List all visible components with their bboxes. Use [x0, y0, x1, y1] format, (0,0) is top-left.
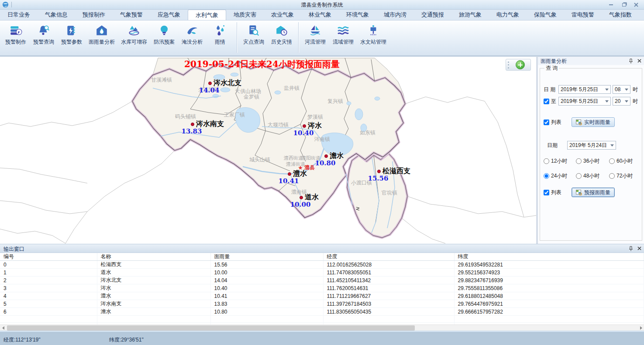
tool-bell-search[interactable]: 预警查询 — [30, 21, 58, 54]
station-marker[interactable] — [208, 82, 212, 85]
table-cell: 29.552156374923 — [454, 269, 644, 277]
duration-radio-group: 12小时36小时60小时24小时48小时72小时 — [544, 157, 638, 180]
minimize-button[interactable] — [605, 1, 617, 9]
menu-item-18[interactable]: 后台管理 — [639, 10, 644, 20]
scroll-right-arrow[interactable] — [638, 325, 644, 331]
restore-button[interactable] — [618, 1, 630, 9]
table-cell: 2 — [0, 277, 97, 284]
table-row[interactable]: 2涔水北支14.04111.45210541134229.88234767169… — [0, 277, 644, 284]
realtime-list-label: 列表 — [551, 119, 561, 126]
close-button[interactable] — [630, 1, 642, 9]
scroll-left-arrow[interactable] — [0, 325, 6, 331]
radio-input[interactable] — [544, 173, 549, 179]
menu-item-3[interactable]: 预报制作 — [75, 10, 113, 20]
table-row[interactable]: 0松滋西支15.56112.00162562502829.61935495322… — [0, 261, 644, 269]
start-date-select[interactable]: 2019年 5月25日 — [558, 85, 611, 94]
menu-item-15[interactable]: 保险气象 — [527, 10, 564, 20]
duration-radio-48小时[interactable]: 48小时 — [576, 172, 609, 180]
station-marker[interactable] — [377, 170, 381, 173]
radio-label: 72小时 — [616, 172, 633, 180]
pin-button[interactable] — [627, 58, 634, 64]
table-cell: 涔水北支 — [97, 277, 210, 284]
duration-radio-60小时[interactable]: 60小时 — [609, 157, 638, 165]
menu-item-7[interactable]: 地质灾害 — [226, 10, 264, 20]
station-marker[interactable] — [303, 124, 306, 128]
menu-item-10[interactable]: 环境气象 — [339, 10, 376, 20]
station-marker[interactable] — [288, 172, 291, 176]
duration-radio-72小时[interactable]: 72小时 — [609, 172, 638, 180]
tool-house-clock[interactable]: 历史灾情 — [268, 21, 296, 54]
menu-item-6[interactable]: 水利气象 — [188, 10, 226, 20]
table-cell: 111.747083055051 — [323, 269, 454, 277]
menu-item-9[interactable]: 林业气象 — [301, 10, 339, 20]
forecast-date-select[interactable]: 2019年 5月24日 — [567, 141, 616, 150]
radio-input[interactable] — [544, 158, 549, 164]
menu-item-17[interactable]: 气象指数 — [602, 10, 639, 20]
tool-reservoir[interactable]: 水库可增容 — [118, 21, 150, 54]
horizontal-scrollbar[interactable] — [0, 325, 644, 331]
tool-badge-edit[interactable]: 预警制作 — [2, 21, 30, 54]
tool-label: 淹没分析 — [182, 38, 203, 46]
chevron-down-icon — [605, 100, 609, 102]
panel-close-button[interactable] — [636, 58, 643, 64]
tool-doc-bolt[interactable]: 预警参数 — [58, 21, 86, 54]
duration-radio-24小时[interactable]: 24小时 — [544, 172, 576, 180]
tool-doc-search[interactable]: 灾点查询 — [240, 21, 268, 54]
menu-item-4[interactable]: 气象预警 — [113, 10, 150, 20]
menu-item-2[interactable]: 气象信息 — [38, 10, 75, 20]
station-marker[interactable] — [191, 123, 194, 126]
forecast-date-label: 日期 — [547, 142, 567, 149]
radio-input[interactable] — [576, 158, 582, 164]
forecast-rain-button[interactable]: 预报面雨量 — [572, 188, 615, 197]
duration-radio-36小时[interactable]: 36小时 — [576, 157, 609, 165]
realtime-rain-button[interactable]: 实时面雨量 — [572, 117, 615, 127]
realtime-list-checkbox[interactable] — [544, 120, 549, 125]
menu-item-16[interactable]: 雷电预警 — [564, 10, 602, 20]
menu-item-8[interactable]: 农业气象 — [264, 10, 301, 20]
menu-item-14[interactable]: 电力气象 — [489, 10, 527, 20]
town-label: 码头铺镇 — [175, 113, 196, 120]
badge-edit-icon — [9, 24, 22, 37]
duration-radio-12小时[interactable]: 12小时 — [544, 157, 576, 165]
radio-label: 24小时 — [551, 172, 567, 180]
forecast-list-checkbox[interactable] — [544, 190, 549, 195]
tool-label: 预警参数 — [61, 38, 82, 46]
tool-hydro-station[interactable]: 水文站管理 — [357, 21, 389, 54]
to-checkbox[interactable] — [544, 99, 549, 104]
table-row[interactable]: 6澹水10.80111.83056505043529.6666157957282 — [0, 308, 644, 316]
station-marker[interactable] — [324, 154, 328, 158]
output-close-button[interactable] — [636, 245, 643, 252]
radio-input[interactable] — [609, 173, 615, 179]
radio-input[interactable] — [576, 173, 582, 179]
tool-bulb[interactable]: 防汛预案 — [150, 21, 178, 54]
table-row[interactable]: 5涔水南支13.83111.39726718450329.76544769759… — [0, 300, 644, 308]
map-canvas[interactable]: 甘溪滩镇火连坡镇天供山林场金罗镇盐井镇复兴镇码头铺镇王家厂镇大堰垱镇梦溪镇涔南镇… — [0, 56, 536, 244]
menu-item-13[interactable]: 旅游气象 — [451, 10, 489, 20]
tool-waves[interactable]: 流域管理 — [329, 21, 357, 54]
tool-raindrops[interactable]: 雨情 — [206, 21, 234, 54]
tool-sailboat[interactable]: 河流管理 — [301, 21, 329, 54]
drag-handle[interactable] — [508, 61, 512, 68]
table-cell: 4 — [0, 292, 97, 300]
menu-item-1[interactable]: 日常业务 — [0, 10, 38, 20]
menu-item-5[interactable]: 应急气象 — [150, 10, 188, 20]
table-row[interactable]: 3涔水10.40111.7620051463129.7555811355086 — [0, 284, 644, 292]
tool-label: 面雨量分析 — [89, 38, 115, 46]
table-row[interactable]: 4澧水10.41111.71121966762729.6188012485048 — [0, 292, 644, 300]
tool-wave[interactable]: 淹没分析 — [178, 21, 206, 54]
chevron-down-icon — [605, 89, 609, 91]
start-hour-select[interactable]: 08 — [613, 85, 630, 94]
end-hour-select[interactable]: 20 — [613, 97, 630, 106]
town-label: 金罗镇 — [244, 93, 259, 101]
menu-item-11[interactable]: 城市内涝 — [376, 10, 414, 20]
close-icon — [637, 59, 641, 63]
table-row[interactable]: 1道水10.00111.74708305505129.552156374923 — [0, 269, 644, 277]
station-marker[interactable] — [300, 196, 303, 199]
tool-house-drop[interactable]: 面雨量分析 — [86, 21, 118, 54]
end-date-select[interactable]: 2019年 5月25日 — [558, 97, 611, 106]
menu-item-12[interactable]: 交通预报 — [414, 10, 451, 20]
radio-input[interactable] — [609, 158, 615, 164]
map-add-button[interactable] — [516, 60, 525, 69]
scrollbar-thumb[interactable] — [7, 325, 415, 331]
output-pin-button[interactable] — [627, 245, 634, 252]
